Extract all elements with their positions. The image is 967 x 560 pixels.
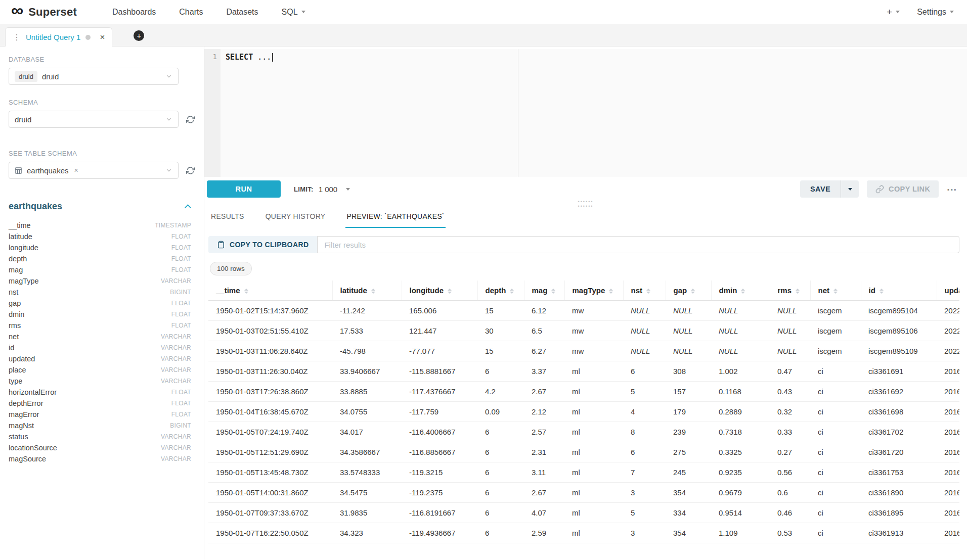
column-header-dmin[interactable]: dmin (711, 281, 770, 301)
remove-table-icon[interactable]: × (74, 166, 78, 174)
new-item-button[interactable]: + (887, 7, 900, 18)
schema-column-row: magNstBIGINT (9, 420, 191, 431)
add-tab-button[interactable]: + (134, 30, 144, 41)
column-type: VARCHAR (161, 444, 191, 451)
table-cell: ml (564, 402, 623, 422)
table-cell: 2016-0 (937, 422, 959, 442)
column-type: FLOAT (171, 244, 191, 251)
sql-editor[interactable]: 1 SELECT ... (204, 49, 967, 177)
table-cell: ci (810, 361, 861, 382)
table-cell: 34.3586667 (332, 442, 402, 462)
table-cell: 239 (666, 422, 711, 442)
table-cell: ci (810, 382, 861, 402)
limit-value: 1 000 (319, 185, 338, 194)
close-tab-icon[interactable]: × (100, 33, 105, 41)
nav-item-dashboards[interactable]: Dashboards (112, 8, 156, 17)
schema-select[interactable]: druid (9, 111, 179, 128)
schema-column-row: idVARCHAR (9, 342, 191, 353)
column-header-latitude[interactable]: latitude (332, 281, 402, 301)
table-cell: 275 (666, 442, 711, 462)
column-type: VARCHAR (161, 366, 191, 374)
column-header-gap[interactable]: gap (666, 281, 711, 301)
schema-column-row: gapFLOAT (9, 298, 191, 309)
database-select[interactable]: druid druid (9, 68, 179, 85)
table-cell: 1950-01-05T07:24:19.740Z (208, 422, 332, 442)
results-tab[interactable]: PREVIEW: `EARTHQUAKES` (345, 207, 446, 228)
table-cell: NULL (770, 301, 810, 321)
table-cell: -119.4936667 (402, 523, 477, 543)
table-cell: 1950-01-07T09:37:33.670Z (208, 503, 332, 523)
table-cell: 34.5475 (332, 483, 402, 503)
column-header-longitude[interactable]: longitude (402, 281, 477, 301)
filter-results-input[interactable] (317, 236, 959, 253)
settings-menu[interactable]: Settings (917, 8, 954, 17)
copy-to-clipboard-button[interactable]: COPY TO CLIPBOARD (208, 236, 317, 253)
nav-item-datasets[interactable]: Datasets (226, 8, 258, 17)
table-cell: 1.002 (711, 361, 770, 382)
drag-handle-icon[interactable]: ⋮ (13, 32, 21, 42)
collapse-table-icon[interactable] (185, 204, 191, 211)
column-header-rms[interactable]: rms (770, 281, 810, 301)
schema-column-row: horizontalErrorFLOAT (9, 387, 191, 398)
table-cell: 0.53 (770, 523, 810, 543)
table-cell: 0.6 (770, 483, 810, 503)
table-cell: -117.759 (402, 402, 477, 422)
table-cell: 0.9235 (711, 462, 770, 483)
pane-resize-handle[interactable]: •••••••••••• (204, 201, 967, 207)
table-cell: 0.09 (477, 402, 524, 422)
query-tab[interactable]: ⋮ Untitled Query 1 × (5, 27, 112, 46)
schema-column-row: latitudeFLOAT (9, 231, 191, 242)
row-count-badge: 100 rows (210, 262, 252, 275)
nav-menu: DashboardsChartsDatasetsSQL (112, 8, 305, 17)
table-cell: -77.077 (402, 341, 477, 361)
table-cell: 33.5748333 (332, 462, 402, 483)
column-header-net[interactable]: net (810, 281, 861, 301)
table-row: 1950-01-05T12:51:29.690Z34.3586667-116.8… (208, 442, 959, 462)
table-cell: -117.4376667 (402, 382, 477, 402)
refresh-schema-button[interactable] (186, 115, 195, 124)
run-button[interactable]: RUN (207, 180, 281, 198)
table-cell: 2022-0 (937, 321, 959, 341)
refresh-tables-button[interactable] (186, 166, 195, 175)
nav-item-charts[interactable]: Charts (179, 8, 203, 17)
column-header-__time[interactable]: __time (208, 281, 332, 301)
results-tab[interactable]: RESULTS (210, 207, 245, 228)
superset-logo[interactable]: ∞ Superset (11, 6, 77, 19)
column-name: latitude (9, 232, 32, 241)
save-dropdown-button[interactable] (841, 180, 859, 198)
table-cell: 30 (477, 321, 524, 341)
table-cell: NULL (770, 341, 810, 361)
schema-column-row: locationSourceVARCHAR (9, 442, 191, 453)
table-cell: 3 (623, 523, 666, 543)
schema-column-row: nstBIGINT (9, 287, 191, 298)
column-header-updated[interactable]: updated (937, 281, 959, 301)
database-label: DATABASE (9, 56, 195, 63)
table-row: 1950-01-03T11:06:28.640Z-45.798-77.07715… (208, 341, 959, 361)
more-options-button[interactable]: ... (947, 185, 957, 193)
save-button[interactable]: SAVE (800, 180, 841, 198)
column-type: VARCHAR (161, 378, 191, 385)
column-header-magType[interactable]: magType (564, 281, 623, 301)
table-cell: -11.242 (332, 301, 402, 321)
table-cell: mw (564, 301, 623, 321)
editor-code[interactable]: SELECT ... (221, 49, 967, 177)
column-header-id[interactable]: id (861, 281, 937, 301)
limit-dropdown[interactable]: LIMIT: 1 000 (294, 185, 350, 194)
table-cell: NULL (711, 321, 770, 341)
column-type: VARCHAR (161, 455, 191, 462)
copy-link-button[interactable]: COPY LINK (867, 180, 939, 198)
table-select[interactable]: earthquakes × (9, 162, 179, 179)
nav-item-sql[interactable]: SQL (282, 8, 305, 17)
table-cell: 0.27 (770, 442, 810, 462)
results-panel: RESULTSQUERY HISTORYPREVIEW: `EARTHQUAKE… (204, 207, 967, 559)
table-cell: ml (564, 462, 623, 483)
table-cell: 31.9835 (332, 503, 402, 523)
table-cell: 6.27 (524, 341, 564, 361)
results-tab[interactable]: QUERY HISTORY (265, 207, 327, 228)
column-header-mag[interactable]: mag (524, 281, 564, 301)
column-header-nst[interactable]: nst (623, 281, 666, 301)
table-cell: iscgem895104 (861, 301, 937, 321)
table-cell: 245 (666, 462, 711, 483)
query-tab-bar: ⋮ Untitled Query 1 × + (0, 24, 967, 46)
column-header-depth[interactable]: depth (477, 281, 524, 301)
